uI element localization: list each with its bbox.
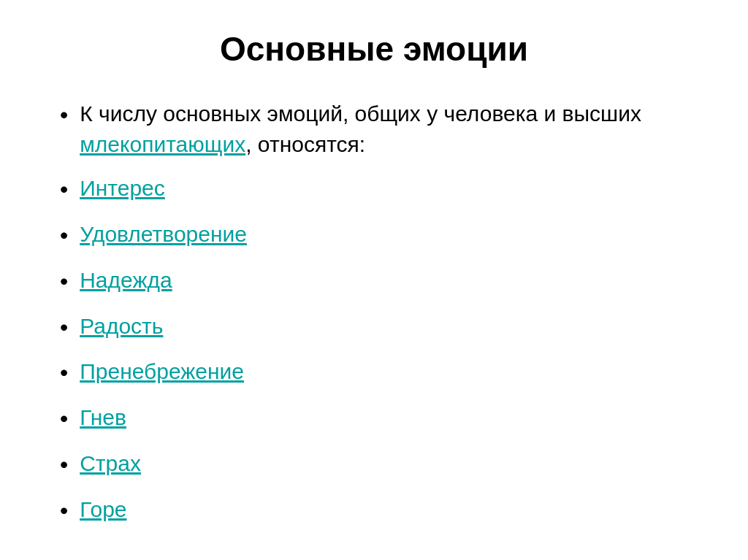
emotion-item-udovletvorenie: Удовлетворение [60, 219, 688, 252]
emotion-item-gore: Горе [60, 494, 688, 527]
emotion-link-strakh[interactable]: Страх [80, 448, 141, 479]
emotion-item-strakh: Страх [60, 448, 688, 481]
emotion-item-nadezhda: Надежда [60, 265, 688, 298]
emotion-item-gnev: Гнев [60, 402, 688, 435]
intro-item: К числу основных эмоций, общих у человек… [60, 99, 688, 160]
emotion-item-radost: Радость [60, 311, 688, 344]
emotion-link-radost[interactable]: Радость [80, 311, 163, 342]
emotion-item-prenebregenie: Пренебрежение [60, 356, 688, 389]
page-title: Основные эмоции [60, 29, 688, 69]
emotions-list: К числу основных эмоций, общих у человек… [60, 99, 688, 526]
emotion-link-interes[interactable]: Интерес [80, 173, 165, 204]
intro-text-before: К числу основных эмоций, общих у человек… [80, 101, 641, 126]
emotion-link-gore[interactable]: Горе [80, 494, 126, 525]
mammals-link[interactable]: млекопитающих [80, 132, 245, 156]
emotion-link-udovletvorenie[interactable]: Удовлетворение [80, 219, 247, 250]
emotion-link-nadezhda[interactable]: Надежда [80, 265, 172, 296]
intro-text: К числу основных эмоций, общих у человек… [80, 99, 688, 160]
emotion-item-interes: Интерес [60, 173, 688, 206]
emotion-link-gnev[interactable]: Гнев [80, 402, 126, 433]
main-content: Основные эмоции К числу основных эмоций,… [60, 29, 688, 540]
emotion-link-prenebregenie[interactable]: Пренебрежение [80, 356, 244, 387]
intro-text-after: , относятся: [245, 132, 365, 156]
